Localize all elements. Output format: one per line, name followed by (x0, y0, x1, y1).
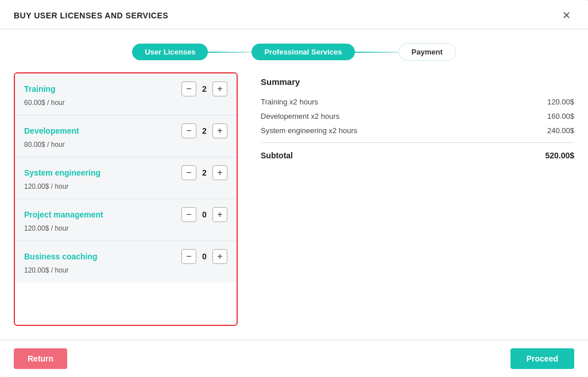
qty-value: 2 (200, 126, 209, 135)
service-top: Developement − 2 + (24, 123, 227, 138)
service-item: Project management − 0 + 120.00$ / hour (15, 199, 237, 241)
qty-control: − 2 + (181, 81, 227, 96)
service-name: Project management (24, 210, 103, 219)
qty-increase-button[interactable]: + (212, 165, 227, 180)
step-connector-1 (207, 52, 253, 53)
summary-row-amount: 160.00$ (547, 112, 574, 121)
summary-panel: Summary Training x2 hours 120.00$ Develo… (261, 72, 574, 326)
modal-footer: Return Proceed (0, 340, 588, 377)
qty-value: 2 (200, 84, 209, 94)
service-name: Developement (24, 126, 79, 135)
qty-decrease-button[interactable]: − (181, 207, 196, 222)
summary-row-label: Training x2 hours (261, 98, 318, 106)
service-item: Business coaching − 0 + 120.00$ / hour (15, 241, 237, 282)
summary-row: System engineering x2 hours 240.00$ (261, 123, 574, 138)
qty-decrease-button[interactable]: − (181, 81, 196, 96)
step-connector-2 (354, 52, 400, 53)
summary-divider (261, 142, 574, 143)
stepper: User Licenses Professional Services Paym… (0, 29, 588, 72)
service-item: Developement − 2 + 80.00$ / hour (15, 115, 237, 157)
subtotal-row: Subtotal 520.00$ (261, 147, 574, 164)
buy-licenses-modal: BUY USER LICENSES AND SERVICES ✕ User Li… (0, 0, 588, 377)
close-button[interactable]: ✕ (559, 9, 574, 22)
summary-row-label: System engineering x2 hours (261, 126, 357, 135)
step-professional-services[interactable]: Professional Services (252, 44, 354, 60)
qty-decrease-button[interactable]: − (181, 249, 196, 264)
service-name: System engineering (24, 168, 100, 177)
qty-value: 2 (200, 168, 209, 177)
qty-decrease-button[interactable]: − (181, 123, 196, 138)
service-name: Training (24, 84, 55, 94)
qty-control: − 0 + (181, 207, 227, 222)
summary-row-amount: 120.00$ (547, 98, 574, 106)
subtotal-label: Subtotal (261, 151, 293, 160)
subtotal-amount: 520.00$ (545, 151, 574, 160)
service-item: Training − 2 + 60.00$ / hour (15, 73, 237, 115)
modal-header: BUY USER LICENSES AND SERVICES ✕ (0, 0, 588, 29)
service-price: 80.00$ / hour (24, 141, 227, 149)
summary-title: Summary (261, 77, 574, 87)
service-price: 120.00$ / hour (24, 266, 227, 274)
modal-title: BUY USER LICENSES AND SERVICES (14, 11, 168, 20)
qty-value: 0 (200, 252, 209, 261)
summary-row-amount: 240.00$ (547, 126, 574, 135)
step-payment[interactable]: Payment (399, 43, 456, 61)
services-panel: Training − 2 + 60.00$ / hour Developemen… (14, 72, 238, 326)
summary-row-label: Developement x2 hours (261, 112, 339, 121)
qty-control: − 2 + (181, 165, 227, 180)
qty-value: 0 (200, 210, 209, 219)
service-top: Training − 2 + (24, 81, 227, 96)
summary-row: Developement x2 hours 160.00$ (261, 109, 574, 123)
qty-control: − 0 + (181, 249, 227, 264)
service-price: 120.00$ / hour (24, 224, 227, 232)
step-user-licenses[interactable]: User Licenses (132, 44, 208, 60)
service-top: Project management − 0 + (24, 207, 227, 222)
qty-increase-button[interactable]: + (212, 81, 227, 96)
service-name: Business coaching (24, 252, 98, 261)
service-item: System engineering − 2 + 120.00$ / hour (15, 157, 237, 199)
summary-row: Training x2 hours 120.00$ (261, 95, 574, 109)
qty-control: − 2 + (181, 123, 227, 138)
qty-increase-button[interactable]: + (212, 123, 227, 138)
service-price: 120.00$ / hour (24, 182, 227, 191)
return-button[interactable]: Return (14, 348, 67, 369)
qty-increase-button[interactable]: + (212, 207, 227, 222)
qty-decrease-button[interactable]: − (181, 165, 196, 180)
service-top: System engineering − 2 + (24, 165, 227, 180)
modal-body: Training − 2 + 60.00$ / hour Developemen… (0, 72, 588, 340)
qty-increase-button[interactable]: + (212, 249, 227, 264)
service-top: Business coaching − 0 + (24, 249, 227, 264)
service-price: 60.00$ / hour (24, 99, 227, 107)
proceed-button[interactable]: Proceed (510, 348, 574, 369)
